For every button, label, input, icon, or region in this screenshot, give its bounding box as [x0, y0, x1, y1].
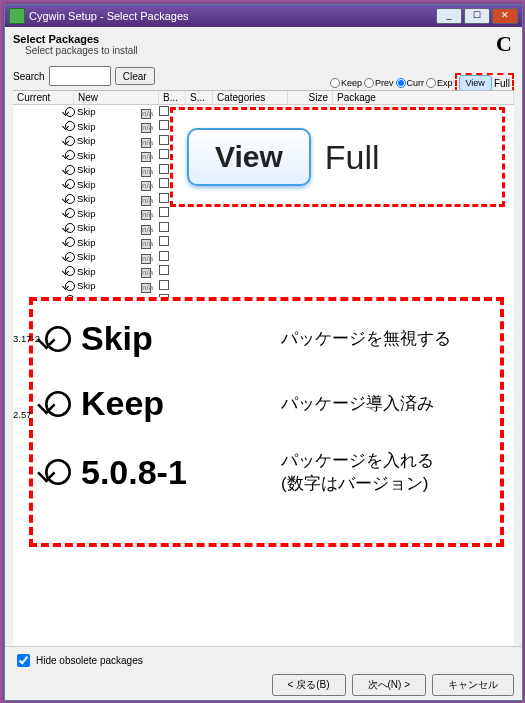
hide-obsolete[interactable]: Hide obsolete packages [13, 651, 514, 670]
bin-checkbox[interactable]: n/a [141, 268, 151, 278]
src-checkbox[interactable] [159, 120, 169, 130]
view-mode: Full [494, 78, 510, 89]
cygwin-icon [9, 8, 25, 24]
search-input[interactable] [49, 66, 111, 86]
titlebar: Cygwin Setup - Select Packages _ ☐ ✕ [5, 5, 522, 27]
close-button[interactable]: ✕ [492, 8, 518, 24]
radio-curr[interactable] [396, 78, 406, 88]
bin-checkbox[interactable]: n/a [141, 254, 151, 264]
view-button[interactable]: View [459, 75, 492, 91]
table-row[interactable]: Skipn/a [13, 236, 514, 251]
cycle-icon[interactable]: Skip [65, 134, 95, 147]
src-checkbox[interactable] [159, 236, 169, 246]
cycle-icon[interactable]: Skip [65, 265, 95, 278]
cycle-icon[interactable]: Skip [65, 250, 95, 263]
bin-checkbox[interactable]: n/a [141, 152, 151, 162]
bin-checkbox[interactable]: n/a [141, 225, 151, 235]
bin-checkbox[interactable]: n/a [141, 210, 151, 220]
src-checkbox[interactable] [159, 178, 169, 188]
callout-full-label: Full [325, 138, 380, 177]
cycle-icon[interactable]: Skip [65, 279, 95, 292]
bin-checkbox[interactable]: n/a [141, 123, 151, 133]
src-checkbox[interactable] [159, 280, 169, 290]
cancel-button[interactable]: キャンセル [432, 674, 514, 696]
back-button[interactable]: < 戻る(B) [272, 674, 346, 696]
src-checkbox[interactable] [159, 265, 169, 275]
bin-checkbox[interactable]: n/a [141, 239, 151, 249]
cycle-icon[interactable]: Skip [65, 163, 95, 176]
cycle-icon [45, 391, 71, 417]
col-cat[interactable]: Categories [213, 91, 288, 104]
src-checkbox[interactable] [159, 135, 169, 145]
page-title: Select Packages [13, 33, 514, 45]
cycle-icon [45, 326, 71, 352]
current-257: 2.57 [13, 409, 32, 420]
col-pkg[interactable]: Package [333, 91, 514, 104]
body: Select Packages Select packages to insta… [5, 27, 522, 700]
bin-checkbox[interactable]: n/a [141, 196, 151, 206]
window: Cygwin Setup - Select Packages _ ☐ ✕ Sel… [4, 4, 523, 701]
table-row[interactable]: Skipn/a [13, 207, 514, 222]
cycle-icon[interactable]: Skip [65, 236, 95, 249]
src-checkbox[interactable] [159, 164, 169, 174]
annot-keep-desc: パッケージ導入済み [281, 392, 434, 415]
annot-keep-label: Keep [81, 384, 281, 423]
minimize-button[interactable]: _ [436, 8, 462, 24]
current-317: 3.17-2 [13, 333, 40, 344]
src-checkbox[interactable] [159, 251, 169, 261]
annot-ver-desc: パッケージを入れる (数字はバージョン) [281, 449, 434, 495]
bin-checkbox[interactable]: n/a [141, 283, 151, 293]
callout-viewfull: View Full [170, 107, 505, 207]
annot-skip-desc: パッケージを無視する [281, 327, 451, 350]
bin-checkbox[interactable]: n/a [141, 181, 151, 191]
radio-exp[interactable] [426, 78, 436, 88]
search-label: Search [13, 71, 45, 82]
annot-ver-label: 5.0.8-1 [81, 453, 281, 492]
cygwin-logo: C [496, 31, 512, 57]
next-button[interactable]: 次へ(N) > [352, 674, 427, 696]
hide-obsolete-checkbox[interactable] [17, 654, 30, 667]
cycle-icon[interactable]: Skip [65, 192, 95, 205]
bin-checkbox[interactable]: n/a [141, 138, 151, 148]
table-header: Current New B... S... Categories Size Pa… [13, 91, 514, 105]
col-current[interactable]: Current [13, 91, 74, 104]
col-bin[interactable]: B... [159, 91, 186, 104]
table-row[interactable]: Skipn/a [13, 250, 514, 265]
cycle-icon[interactable]: Skip [65, 207, 95, 220]
cycle-icon [45, 459, 71, 485]
clear-button[interactable]: Clear [115, 67, 155, 85]
col-new[interactable]: New [74, 91, 159, 104]
src-checkbox[interactable] [159, 222, 169, 232]
src-checkbox[interactable] [159, 207, 169, 217]
cycle-icon[interactable]: Skip [65, 149, 95, 162]
src-checkbox[interactable] [159, 106, 169, 116]
bottom-bar: Hide obsolete packages < 戻る(B) 次へ(N) > キ… [5, 646, 522, 700]
table-row[interactable]: Skipn/a [13, 265, 514, 280]
annot-skip-label: Skip [81, 319, 281, 358]
bin-checkbox[interactable]: n/a [141, 109, 151, 119]
window-title: Cygwin Setup - Select Packages [29, 10, 434, 22]
col-size[interactable]: Size [288, 91, 333, 104]
col-src[interactable]: S... [186, 91, 213, 104]
bin-checkbox[interactable]: n/a [141, 167, 151, 177]
cycle-icon[interactable]: Skip [65, 178, 95, 191]
cycle-icon[interactable]: Skip [65, 221, 95, 234]
cycle-icon[interactable]: Skip [65, 120, 95, 133]
annotation-panel: Skip パッケージを無視する Keep パッケージ導入済み 5.0.8-1 パ… [29, 297, 504, 547]
cycle-icon[interactable]: Skip [65, 105, 95, 118]
callout-view-button: View [187, 128, 311, 186]
src-checkbox[interactable] [159, 149, 169, 159]
page-subtitle: Select packages to install [25, 45, 514, 56]
src-checkbox[interactable] [159, 193, 169, 203]
radio-keep[interactable] [330, 78, 340, 88]
radio-prev[interactable] [364, 78, 374, 88]
table-row[interactable]: Skipn/a [13, 221, 514, 236]
table-row[interactable]: Skipn/a [13, 279, 514, 294]
maximize-button[interactable]: ☐ [464, 8, 490, 24]
